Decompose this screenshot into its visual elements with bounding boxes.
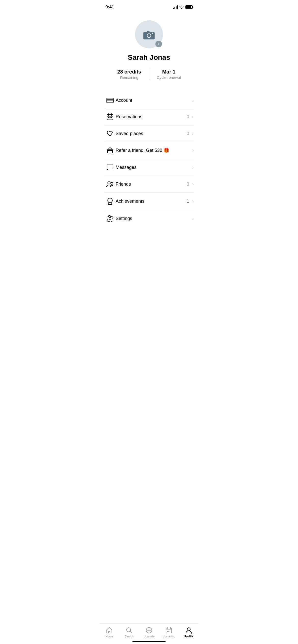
- signal-icon: [173, 5, 178, 9]
- friends-label: Friends: [116, 182, 187, 187]
- reservations-label: Reservations: [116, 114, 187, 120]
- friends-badge: 0: [187, 182, 189, 187]
- status-time: 9:41: [105, 5, 114, 10]
- svg-rect-6: [107, 99, 113, 100]
- messages-chevron: ›: [192, 165, 194, 170]
- reservations-icon: [104, 113, 116, 120]
- reservations-chevron: ›: [192, 114, 194, 119]
- menu-item-achievements[interactable]: Achievements 1 ›: [104, 193, 194, 210]
- svg-point-2: [147, 34, 151, 37]
- refer-label: Refer a friend, Get $30 🎁: [116, 148, 192, 153]
- menu-item-refer[interactable]: Refer a friend, Get $30 🎁 ›: [104, 142, 194, 159]
- menu-item-settings[interactable]: Settings ›: [104, 210, 194, 227]
- profile-section: + Sarah Jonas 28 credits Remaining Mar 1…: [99, 13, 199, 93]
- account-icon: [104, 98, 116, 103]
- status-icons: [173, 5, 193, 9]
- saved-places-badge: 0: [187, 131, 189, 136]
- stat-divider: [149, 69, 149, 80]
- svg-point-17: [108, 182, 110, 184]
- settings-chevron: ›: [192, 216, 194, 221]
- heart-icon: [104, 130, 116, 137]
- svg-rect-13: [111, 117, 112, 118]
- status-bar: 9:41: [99, 0, 199, 13]
- settings-label: Settings: [116, 216, 192, 221]
- svg-point-4: [152, 33, 153, 34]
- achievements-chevron: ›: [192, 199, 194, 203]
- cycle-stat: Mar 1 Cycle renewal: [154, 69, 184, 80]
- achievements-badge: 1: [187, 199, 189, 204]
- battery-icon: [185, 5, 193, 9]
- messages-label: Messages: [116, 165, 192, 170]
- friends-icon: [104, 181, 116, 187]
- add-photo-badge[interactable]: +: [155, 41, 162, 47]
- camera-icon: [142, 29, 156, 40]
- menu-item-friends[interactable]: Friends 0 ›: [104, 176, 194, 193]
- account-chevron: ›: [192, 98, 194, 103]
- reservations-badge: 0: [187, 114, 189, 120]
- account-label: Account: [116, 98, 192, 103]
- page-content: + Sarah Jonas 28 credits Remaining Mar 1…: [99, 13, 199, 252]
- wifi-icon: [179, 5, 184, 9]
- saved-places-chevron: ›: [192, 131, 194, 136]
- svg-rect-7: [107, 114, 113, 120]
- credits-value: 28 credits: [117, 69, 141, 75]
- svg-point-21: [109, 217, 111, 219]
- credits-label: Remaining: [120, 75, 138, 80]
- gift-icon: [104, 147, 116, 154]
- refer-chevron: ›: [192, 148, 194, 153]
- svg-rect-3: [147, 31, 150, 32]
- avatar-container[interactable]: +: [135, 20, 163, 48]
- saved-places-label: Saved places: [116, 131, 187, 136]
- credits-stat: 28 credits Remaining: [115, 69, 144, 80]
- cycle-label: Cycle renewal: [157, 75, 181, 80]
- svg-point-19: [108, 198, 112, 203]
- menu-item-reservations[interactable]: Reservations 0 ›: [104, 108, 194, 125]
- menu-item-messages[interactable]: Messages ›: [104, 159, 194, 176]
- achievements-icon: [104, 198, 116, 205]
- cycle-date: Mar 1: [162, 69, 175, 75]
- messages-icon: [104, 164, 116, 171]
- friends-chevron: ›: [192, 182, 194, 186]
- menu-item-account[interactable]: Account ›: [104, 93, 194, 108]
- settings-icon: [104, 215, 116, 222]
- stats-row: 28 credits Remaining Mar 1 Cycle renewal: [104, 69, 194, 80]
- menu-list: Account › Reservations 0 ›: [99, 93, 199, 227]
- achievements-label: Achievements: [116, 199, 187, 204]
- user-name: Sarah Jonas: [128, 53, 170, 62]
- svg-rect-11: [108, 117, 109, 118]
- svg-rect-12: [110, 117, 111, 118]
- menu-item-saved-places[interactable]: Saved places 0 ›: [104, 125, 194, 142]
- svg-point-18: [111, 182, 113, 184]
